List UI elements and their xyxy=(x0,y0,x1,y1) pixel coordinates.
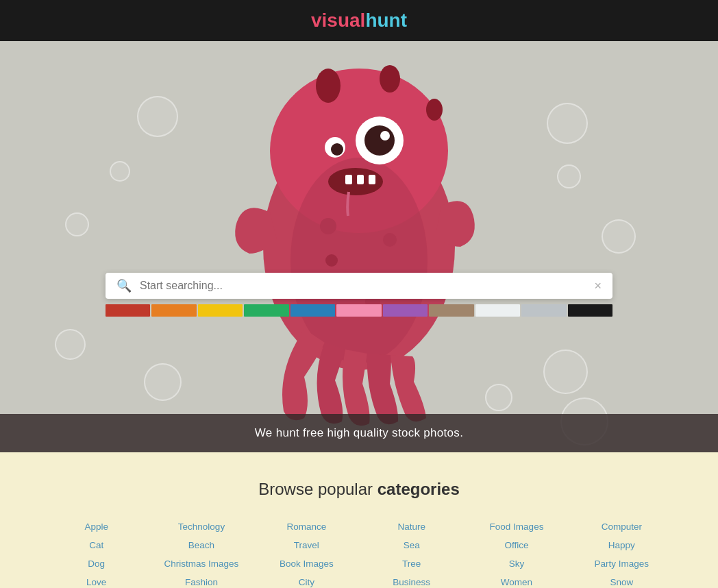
category-link-city[interactable]: City xyxy=(261,575,352,588)
monster-illustration xyxy=(0,41,718,452)
category-link-tree[interactable]: Tree xyxy=(366,556,457,571)
categories-grid: AppleTechnologyRomanceNatureFood ImagesC… xyxy=(51,519,667,588)
logo[interactable]: visualhunt xyxy=(311,10,407,32)
color-swatch-green[interactable] xyxy=(244,304,288,317)
svg-point-16 xyxy=(383,233,397,247)
categories-title-normal: Browse popular xyxy=(258,480,377,498)
category-link-travel[interactable]: Travel xyxy=(261,538,352,552)
svg-rect-10 xyxy=(357,175,364,184)
category-link-cat[interactable]: Cat xyxy=(51,538,142,552)
category-link-christmas-images[interactable]: Christmas Images xyxy=(156,556,247,571)
category-link-business[interactable]: Business xyxy=(366,575,457,588)
svg-point-13 xyxy=(380,65,400,93)
categories-title: Browse popular categories xyxy=(41,480,677,499)
category-link-love[interactable]: Love xyxy=(51,575,142,588)
color-swatch-yellow[interactable] xyxy=(198,304,243,317)
category-link-book-images[interactable]: Book Images xyxy=(261,556,352,571)
category-link-sky[interactable]: Sky xyxy=(471,556,562,571)
category-link-snow[interactable]: Snow xyxy=(576,575,667,588)
category-link-fashion[interactable]: Fashion xyxy=(156,575,247,588)
category-link-happy[interactable]: Happy xyxy=(576,538,667,552)
search-container: 🔍 × xyxy=(106,273,612,317)
clear-icon[interactable]: × xyxy=(594,280,602,292)
color-swatch-red[interactable] xyxy=(106,304,150,317)
category-link-technology[interactable]: Technology xyxy=(156,519,247,534)
category-link-apple[interactable]: Apple xyxy=(51,519,142,534)
category-link-nature[interactable]: Nature xyxy=(366,519,457,534)
search-box: 🔍 × xyxy=(106,273,612,299)
categories-title-bold: categories xyxy=(377,480,460,498)
tagline-bar: We hunt free high quality stock photos. xyxy=(0,414,718,452)
category-link-romance[interactable]: Romance xyxy=(261,519,352,534)
svg-point-15 xyxy=(320,218,336,234)
color-swatch-black[interactable] xyxy=(568,304,612,317)
search-input[interactable] xyxy=(140,280,594,292)
color-swatch-brown[interactable] xyxy=(429,304,473,317)
tagline-text: We hunt free high quality stock photos. xyxy=(255,426,463,439)
svg-rect-11 xyxy=(369,175,375,184)
category-link-food-images[interactable]: Food Images xyxy=(471,519,562,534)
color-swatch-blue[interactable] xyxy=(290,304,335,317)
category-link-dog[interactable]: Dog xyxy=(51,556,142,571)
svg-point-5 xyxy=(380,131,390,140)
color-swatch-light-gray[interactable] xyxy=(521,304,566,317)
category-link-party-images[interactable]: Party Images xyxy=(576,556,667,571)
category-link-computer[interactable]: Computer xyxy=(576,519,667,534)
search-icon: 🔍 xyxy=(116,278,132,293)
category-link-women[interactable]: Women xyxy=(471,575,562,588)
svg-point-14 xyxy=(426,99,443,121)
logo-hunt-text: hunt xyxy=(365,10,407,31)
svg-rect-9 xyxy=(345,175,352,184)
color-swatch-pink[interactable] xyxy=(336,304,381,317)
svg-point-19 xyxy=(325,254,338,267)
svg-point-7 xyxy=(331,143,343,156)
hero-section: 🔍 × We hunt free high quality stock phot… xyxy=(0,41,718,452)
color-swatch-orange[interactable] xyxy=(151,304,196,317)
logo-visual-text: visual xyxy=(311,10,365,31)
color-palette xyxy=(106,304,612,317)
category-link-office[interactable]: Office xyxy=(471,538,562,552)
color-swatch-purple[interactable] xyxy=(383,304,428,317)
svg-point-4 xyxy=(364,125,395,156)
header: visualhunt xyxy=(0,0,718,41)
category-link-sea[interactable]: Sea xyxy=(366,538,457,552)
category-link-beach[interactable]: Beach xyxy=(156,538,247,552)
svg-point-12 xyxy=(316,69,341,103)
color-swatch-white[interactable] xyxy=(475,304,520,317)
categories-section: Browse popular categories AppleTechnolog… xyxy=(0,452,718,588)
